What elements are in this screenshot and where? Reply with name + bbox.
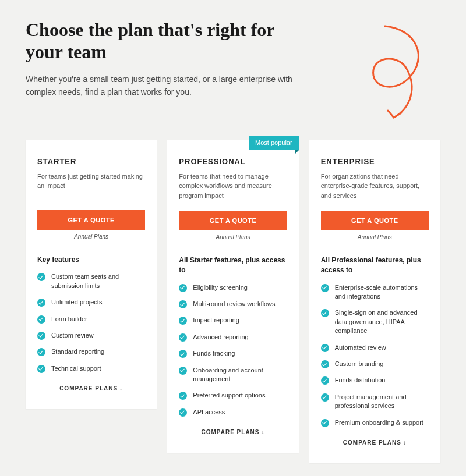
decorative-arrow-icon [353,23,429,122]
feature-item: Automated review [321,343,429,352]
compare-plans-link[interactable]: COMPARE PLANS↓ [179,424,287,440]
feature-item: Premium onboarding & support [321,418,429,427]
feature-item: Onboarding and account management [179,366,287,384]
page-subtitle: Whether you're a small team just getting… [26,73,294,99]
compare-plans-label: COMPARE PLANS [59,385,118,392]
check-icon [37,315,45,324]
get-quote-button[interactable]: GET A QUOTE [179,211,287,230]
check-icon [321,419,329,427]
feature-item: Funds tracking [179,349,287,358]
feature-label: Custom branding [335,360,384,368]
check-icon [321,376,329,385]
feature-label: Custom review [51,331,94,340]
features-title: Key features [37,255,145,265]
check-icon [321,309,329,317]
plan-note: Annual Plans [321,234,429,240]
get-quote-button[interactable]: GET A QUOTE [321,211,429,230]
feature-label: Premium onboarding & support [335,418,423,427]
page-header: Choose the plan that's right for your te… [26,19,440,99]
plan-badge: Most popular [249,136,299,150]
plan-name: STARTER [37,157,145,166]
check-icon [37,299,45,307]
feature-item: Standard reporting [37,347,145,356]
compare-plans-link[interactable]: COMPARE PLANS↓ [37,381,145,396]
check-icon [179,350,187,358]
feature-label: Form builder [51,315,87,324]
compare-plans-link[interactable]: COMPARE PLANS↓ [321,435,429,450]
features-title: All Professional features, plus access t… [321,255,429,275]
plan-description: For organizations that need enterprise-g… [321,172,429,201]
arrow-down-icon: ↓ [262,429,265,435]
check-icon [321,360,329,368]
plan-note: Annual Plans [37,233,145,240]
feature-item: Unlimited projects [37,298,145,307]
check-icon [179,284,187,292]
feature-label: Preferred support options [193,391,265,400]
feature-label: Funds distribution [335,376,386,385]
feature-label: Automated review [335,343,386,352]
feature-item: Eligibility screening [179,283,287,292]
feature-item: Preferred support options [179,391,287,400]
feature-item: Form builder [37,315,145,324]
plan-note: Annual Plans [179,234,287,240]
get-quote-button[interactable]: GET A QUOTE [37,210,145,230]
plan-name: PROFESSIONAL [179,157,287,166]
plan-name: ENTERPRISE [321,157,429,166]
feature-label: Standard reporting [51,347,104,356]
arrow-down-icon: ↓ [119,385,123,392]
check-icon [37,348,45,356]
feature-label: API access [193,408,225,417]
feature-label: Enterprise-scale automations and integra… [335,283,429,301]
feature-label: Funds tracking [193,349,235,358]
plan-description: For teams just getting started making an… [37,172,145,200]
plan-description: For teams that need to manage complex wo… [179,172,287,201]
check-icon [179,408,187,417]
feature-label: Technical support [51,364,101,373]
features-list: Custom team seats and submission limitsU… [37,272,145,373]
feature-item: Enterprise-scale automations and integra… [321,283,429,301]
feature-label: Project management and professional serv… [335,393,429,411]
plan-card: Most popularPROFESSIONALFor teams that n… [167,140,298,453]
features-list: Eligibility screeningMulti-round review … [179,283,287,417]
check-icon [179,300,187,308]
feature-item: Single-sign on and advanced data governa… [321,308,429,335]
check-icon [37,332,45,340]
features-list: Enterprise-scale automations and integra… [321,283,429,427]
check-icon [179,333,187,342]
check-icon [321,284,329,292]
feature-label: Custom team seats and submission limits [51,272,145,290]
feature-label: Unlimited projects [51,298,102,307]
feature-item: Advanced reporting [179,333,287,342]
feature-item: Technical support [37,364,145,373]
compare-plans-label: COMPARE PLANS [343,439,401,446]
check-icon [179,392,187,400]
feature-label: Impact reporting [193,316,239,325]
feature-item: Project management and professional serv… [321,393,429,411]
check-icon [321,344,329,352]
feature-item: Impact reporting [179,316,287,325]
feature-item: Custom branding [321,360,429,368]
plans-row: STARTERFor teams just getting started ma… [26,140,440,463]
check-icon [179,317,187,325]
features-title: All Starter features, plus access to [179,255,287,275]
check-icon [179,367,187,375]
feature-item: Multi-round review workflows [179,300,287,308]
feature-item: Custom review [37,331,145,340]
feature-label: Eligibility screening [193,283,248,292]
feature-label: Onboarding and account management [193,366,287,384]
feature-item: Custom team seats and submission limits [37,272,145,290]
check-icon [37,365,45,373]
compare-plans-label: COMPARE PLANS [201,429,259,435]
page-title: Choose the plan that's right for your te… [26,19,294,63]
feature-item: API access [179,408,287,417]
feature-label: Single-sign on and advanced data governa… [335,308,429,335]
check-icon [37,273,45,281]
feature-label: Multi-round review workflows [193,300,275,308]
feature-item: Funds distribution [321,376,429,385]
arrow-down-icon: ↓ [403,439,407,446]
feature-label: Advanced reporting [193,333,248,342]
plan-card: ENTERPRISEFor organizations that need en… [309,140,440,463]
check-icon [321,393,329,402]
plan-card: STARTERFor teams just getting started ma… [26,140,157,410]
